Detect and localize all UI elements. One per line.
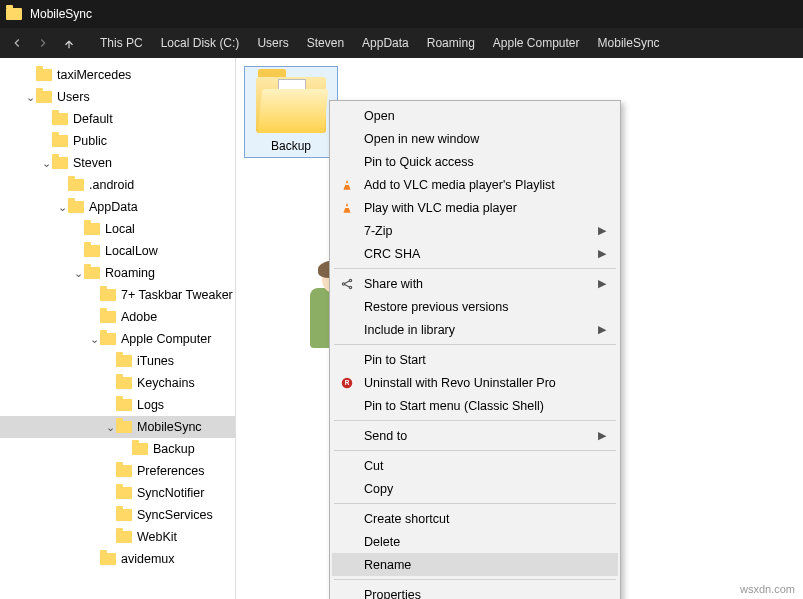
breadcrumb-segment[interactable]: This PC: [100, 36, 143, 50]
menu-item[interactable]: Pin to Start menu (Classic Shell): [332, 394, 618, 417]
folder-icon: [100, 333, 116, 345]
tree-item-label: Public: [73, 134, 107, 148]
breadcrumb: This PCLocal Disk (C:)UsersStevenAppData…: [100, 36, 660, 50]
tree-item[interactable]: Preferences: [0, 460, 235, 482]
menu-item[interactable]: Pin to Start: [332, 348, 618, 371]
menu-item[interactable]: Send to▶: [332, 424, 618, 447]
breadcrumb-segment[interactable]: Roaming: [427, 36, 475, 50]
revo-icon: R: [339, 375, 355, 391]
svg-rect-2: [345, 183, 349, 185]
menu-item-label: Copy: [364, 482, 393, 496]
menu-item[interactable]: Include in library▶: [332, 318, 618, 341]
forward-button[interactable]: [30, 32, 56, 54]
folder-icon: [52, 113, 68, 125]
tree-item[interactable]: Adobe: [0, 306, 235, 328]
chevron-down-icon[interactable]: ⌄: [24, 91, 36, 104]
menu-item[interactable]: Restore previous versions: [332, 295, 618, 318]
tree-item-label: taxiMercedes: [57, 68, 131, 82]
menu-item[interactable]: Open in new window: [332, 127, 618, 150]
menu-item-label: Share with: [364, 277, 423, 291]
folder-icon: [132, 443, 148, 455]
tree-item[interactable]: Default: [0, 108, 235, 130]
svg-point-7: [349, 286, 351, 288]
breadcrumb-segment[interactable]: Local Disk (C:): [161, 36, 240, 50]
tree-item[interactable]: ⌄Users: [0, 86, 235, 108]
menu-item[interactable]: Add to VLC media player's Playlist: [332, 173, 618, 196]
tree-item[interactable]: ⌄MobileSync: [0, 416, 235, 438]
menu-item[interactable]: Cut: [332, 454, 618, 477]
menu-item[interactable]: Rename: [332, 553, 618, 576]
menu-item[interactable]: Share with▶: [332, 272, 618, 295]
tree-item-label: Preferences: [137, 464, 204, 478]
chevron-down-icon[interactable]: ⌄: [88, 333, 100, 346]
tree-item[interactable]: Keychains: [0, 372, 235, 394]
menu-item-label: Rename: [364, 558, 411, 572]
folder-icon: [36, 91, 52, 103]
folder-item-backup[interactable]: Backup: [244, 66, 338, 158]
tree-item[interactable]: WebKit: [0, 526, 235, 548]
menu-item[interactable]: Open: [332, 104, 618, 127]
back-button[interactable]: [4, 32, 30, 54]
folder-icon: [68, 201, 84, 213]
menu-item-label: Include in library: [364, 323, 455, 337]
breadcrumb-segment[interactable]: Steven: [307, 36, 344, 50]
breadcrumb-segment[interactable]: MobileSync: [598, 36, 660, 50]
tree-item[interactable]: Logs: [0, 394, 235, 416]
tree-item-label: 7+ Taskbar Tweaker: [121, 288, 233, 302]
menu-separator: [334, 503, 616, 504]
menu-item[interactable]: 7-Zip▶: [332, 219, 618, 242]
tree-item[interactable]: ⌄Roaming: [0, 262, 235, 284]
menu-item[interactable]: Properties: [332, 583, 618, 599]
menu-item[interactable]: CRC SHA▶: [332, 242, 618, 265]
tree-item[interactable]: iTunes: [0, 350, 235, 372]
tree-item-label: LocalLow: [105, 244, 158, 258]
folder-icon: [116, 465, 132, 477]
folder-icon: [6, 8, 22, 20]
window-title: MobileSync: [30, 7, 92, 21]
folder-icon: [84, 267, 100, 279]
menu-item-label: Pin to Quick access: [364, 155, 474, 169]
menu-item[interactable]: Create shortcut: [332, 507, 618, 530]
tree-item[interactable]: 7+ Taskbar Tweaker: [0, 284, 235, 306]
chevron-down-icon[interactable]: ⌄: [40, 157, 52, 170]
menu-separator: [334, 579, 616, 580]
menu-item[interactable]: Play with VLC media player: [332, 196, 618, 219]
tree-item-label: Default: [73, 112, 113, 126]
menu-item-label: Properties: [364, 588, 421, 600]
chevron-down-icon[interactable]: ⌄: [104, 421, 116, 434]
tree-item[interactable]: ⌄Apple Computer: [0, 328, 235, 350]
tree-item[interactable]: Backup: [0, 438, 235, 460]
menu-item-label: Cut: [364, 459, 383, 473]
folder-icon: [256, 77, 326, 133]
menu-item-label: 7-Zip: [364, 224, 392, 238]
tree-item[interactable]: SyncServices: [0, 504, 235, 526]
tree-item-label: Backup: [153, 442, 195, 456]
folder-icon: [116, 509, 132, 521]
menu-item-label: Add to VLC media player's Playlist: [364, 178, 555, 192]
tree-item[interactable]: taxiMercedes: [0, 64, 235, 86]
breadcrumb-segment[interactable]: AppData: [362, 36, 409, 50]
tree-item[interactable]: SyncNotifier: [0, 482, 235, 504]
menu-item[interactable]: Pin to Quick access: [332, 150, 618, 173]
tree-item-label: iTunes: [137, 354, 174, 368]
breadcrumb-segment[interactable]: Users: [257, 36, 288, 50]
menu-item[interactable]: Copy: [332, 477, 618, 500]
credit-text: wsxdn.com: [740, 583, 795, 595]
tree-item[interactable]: ⌄Steven: [0, 152, 235, 174]
tree-item[interactable]: .android: [0, 174, 235, 196]
menu-item[interactable]: RUninstall with Revo Uninstaller Pro: [332, 371, 618, 394]
chevron-down-icon[interactable]: ⌄: [72, 267, 84, 280]
tree-item[interactable]: ⌄AppData: [0, 196, 235, 218]
tree-item-label: Adobe: [121, 310, 157, 324]
tree-item[interactable]: avidemux: [0, 548, 235, 570]
tree-item[interactable]: Public: [0, 130, 235, 152]
menu-item[interactable]: Delete: [332, 530, 618, 553]
tree-item[interactable]: LocalLow: [0, 240, 235, 262]
breadcrumb-segment[interactable]: Apple Computer: [493, 36, 580, 50]
menu-item-label: Create shortcut: [364, 512, 449, 526]
tree-item[interactable]: Local: [0, 218, 235, 240]
up-button[interactable]: [56, 32, 82, 54]
folder-tree[interactable]: taxiMercedes⌄UsersDefaultPublic⌄Steven.a…: [0, 58, 236, 599]
folder-icon: [36, 69, 52, 81]
chevron-down-icon[interactable]: ⌄: [56, 201, 68, 214]
